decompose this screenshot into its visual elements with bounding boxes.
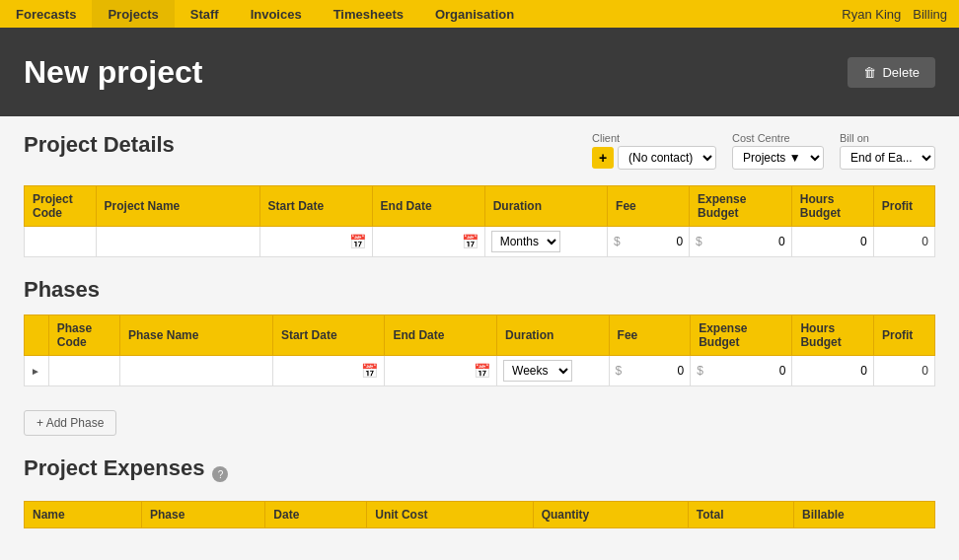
bill-on-select[interactable]: End of Ea... (840, 146, 935, 170)
add-client-button[interactable]: + (592, 147, 614, 169)
phase-end-calendar-icon[interactable]: 📅 (474, 363, 490, 379)
expense-budget-input[interactable] (704, 235, 785, 248)
th-fee: Fee (608, 186, 690, 227)
project-details-table: ProjectCode Project Name Start Date End … (24, 185, 935, 257)
end-date-cell: 📅 (372, 227, 484, 257)
hours-budget-input[interactable] (798, 235, 867, 248)
th-phase-duration: Duration (497, 315, 610, 356)
trash-icon: 🗑 (863, 65, 876, 80)
project-meta: Client + (No contact) Cost Centre Projec… (592, 132, 935, 170)
fee-cell: $ (608, 227, 690, 257)
delete-button[interactable]: 🗑 Delete (848, 57, 935, 88)
hours-budget-cell (791, 227, 873, 257)
nav-right: Ryan King Billing (830, 0, 959, 28)
th-phase-end-date: End Date (385, 315, 497, 356)
navigation-bar: Forecasts Projects Staff Invoices Timesh… (0, 0, 959, 28)
th-expense-name: Name (25, 502, 142, 528)
duration-select[interactable]: Months Weeks Years (491, 231, 560, 252)
th-expense-date: Date (265, 502, 367, 528)
client-group: Client + (No contact) (592, 132, 716, 170)
project-name-cell (96, 227, 259, 257)
client-label: Client (592, 132, 716, 144)
phase-profit-cell: 0 (874, 356, 935, 386)
client-control: + (No contact) (592, 146, 716, 170)
project-row: 📅 📅 Months Weeks (25, 227, 935, 257)
nav-item-timesheets[interactable]: Timesheets (318, 0, 419, 28)
expense-budget-cell: $ (690, 227, 792, 257)
cost-centre-select[interactable]: Projects ▼ (732, 146, 824, 170)
nav-item-organisation[interactable]: Organisation (419, 0, 530, 28)
nav-item-staff[interactable]: Staff (175, 0, 235, 28)
start-date-input[interactable] (266, 235, 346, 248)
expenses-table: Name Phase Date Unit Cost Quantity Total… (24, 501, 935, 528)
th-phase-profit: Profit (874, 315, 935, 356)
th-profit: Profit (873, 186, 934, 227)
project-code-input[interactable] (31, 235, 90, 248)
th-phase-code: Phase Code (48, 315, 119, 356)
fee-currency-symbol: $ (614, 235, 621, 248)
th-expense-total: Total (688, 502, 793, 528)
phase-fee-input[interactable] (624, 364, 684, 378)
cost-centre-control: Projects ▼ (732, 146, 824, 170)
expense-currency-symbol: $ (696, 235, 702, 248)
phases-table: Phase Code Phase Name Start Date End Dat… (24, 315, 935, 386)
th-phase-hours-budget: HoursBudget (792, 315, 874, 356)
phase-code-cell (48, 356, 119, 386)
start-date-calendar-icon[interactable]: 📅 (349, 234, 366, 249)
fee-input[interactable] (623, 235, 683, 248)
duration-cell: Months Weeks Years (484, 227, 607, 257)
project-name-input[interactable] (103, 235, 254, 248)
th-phase-fee: Fee (609, 315, 691, 356)
phase-end-date-input[interactable] (391, 364, 470, 378)
phases-title: Phases (24, 277, 935, 303)
start-date-cell: 📅 (259, 227, 372, 257)
phase-profit-value: 0 (922, 364, 928, 378)
user-name: Ryan King (842, 7, 901, 22)
end-date-input[interactable] (379, 235, 459, 248)
th-chevron (25, 315, 49, 356)
phase-expand-icon[interactable]: ► (31, 366, 40, 377)
phase-end-date-cell: 📅 (385, 356, 497, 386)
phase-fee-cell: $ (609, 356, 691, 386)
cost-centre-label: Cost Centre (732, 132, 824, 144)
phase-hours-budget-input[interactable] (798, 364, 867, 378)
phases-section: Phases Phase Code Phase Name Start Date … (24, 277, 935, 436)
bill-on-label: Bill on (840, 132, 935, 144)
project-details-section: Project Details Client + (No contact) Co… (24, 132, 935, 257)
profit-cell: 0 (873, 227, 934, 257)
phase-start-date-cell: 📅 (272, 356, 385, 386)
phase-start-calendar-icon[interactable]: 📅 (361, 363, 378, 379)
th-project-code: ProjectCode (25, 186, 97, 227)
bill-on-control: End of Ea... (840, 146, 935, 170)
expenses-title-row: Project Expenses ? (24, 455, 935, 493)
end-date-calendar-icon[interactable]: 📅 (462, 234, 479, 249)
th-project-name: Project Name (96, 186, 259, 227)
phase-row: ► 📅 (25, 356, 935, 386)
th-expense-phase: Phase (141, 502, 264, 528)
billing-link[interactable]: Billing (913, 7, 947, 22)
phase-duration-cell: Weeks Days Months (497, 356, 610, 386)
client-select[interactable]: (No contact) (618, 146, 716, 170)
phase-duration-select[interactable]: Weeks Days Months (503, 360, 572, 382)
nav-item-invoices[interactable]: Invoices (235, 0, 318, 28)
th-duration: Duration (484, 186, 607, 227)
phase-name-input[interactable] (126, 364, 266, 378)
th-expense-quantity: Quantity (533, 502, 688, 528)
phase-code-input[interactable] (55, 364, 113, 378)
bill-on-group: Bill on End of Ea... (840, 132, 935, 170)
project-code-cell (25, 227, 97, 257)
project-expenses-section: Project Expenses ? Name Phase Date Unit … (24, 455, 935, 528)
th-phase-start-date: Start Date (272, 315, 385, 356)
th-phase-expense-budget: Expense Budget (691, 315, 792, 356)
add-phase-button[interactable]: + Add Phase (24, 410, 116, 436)
expenses-title: Project Expenses (24, 455, 204, 481)
th-expense-budget: Expense Budget (690, 186, 792, 227)
nav-item-projects[interactable]: Projects (92, 0, 174, 28)
phase-fee-currency-symbol: $ (616, 364, 623, 378)
help-icon[interactable]: ? (212, 466, 228, 482)
page-title: New project (24, 54, 202, 91)
nav-item-forecasts[interactable]: Forecasts (0, 0, 92, 28)
phase-expense-budget-input[interactable] (705, 364, 786, 378)
th-end-date: End Date (372, 186, 484, 227)
phase-start-date-input[interactable] (279, 364, 358, 378)
